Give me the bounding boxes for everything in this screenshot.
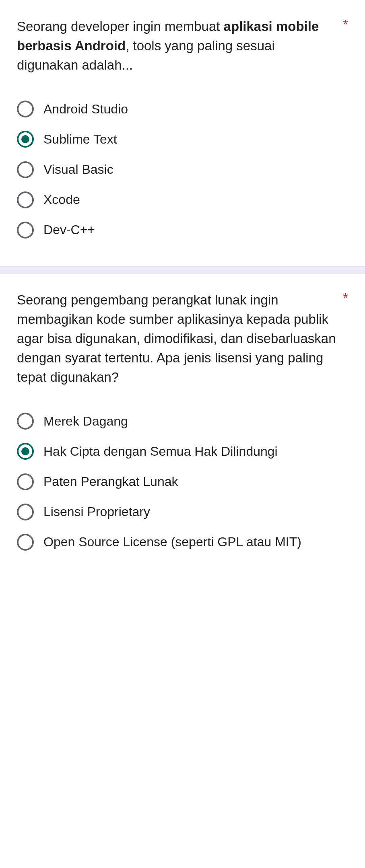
radio-option[interactable]: Merek Dagang: [17, 406, 348, 436]
radio-option[interactable]: Paten Perangkat Lunak: [17, 467, 348, 497]
radio-icon: [17, 534, 34, 551]
option-label: Lisensi Proprietary: [43, 503, 150, 520]
radio-icon: [17, 131, 34, 148]
question-card: Seorang pengembang perangkat lunak ingin…: [0, 274, 365, 578]
option-label: Merek Dagang: [43, 413, 128, 430]
radio-icon: [17, 101, 34, 117]
options-group: Merek Dagang Hak Cipta dengan Semua Hak …: [17, 406, 348, 557]
radio-icon: [17, 222, 34, 239]
radio-icon: [17, 504, 34, 520]
radio-option[interactable]: Xcode: [17, 185, 348, 215]
radio-icon: [17, 473, 34, 490]
radio-option[interactable]: Open Source License (seperti GPL atau MI…: [17, 527, 348, 557]
question-card: Seorang developer ingin membuat aplikasi…: [0, 0, 365, 266]
radio-option[interactable]: Android Studio: [17, 94, 348, 124]
radio-option[interactable]: Lisensi Proprietary: [17, 497, 348, 527]
radio-option[interactable]: Sublime Text: [17, 124, 348, 154]
radio-icon: [17, 413, 34, 430]
radio-icon: [17, 443, 34, 460]
required-asterisk: *: [343, 18, 348, 31]
question-text: Seorang developer ingin membuat aplikasi…: [17, 17, 336, 75]
radio-icon: [17, 161, 34, 178]
option-label: Paten Perangkat Lunak: [43, 473, 178, 490]
question-header: Seorang pengembang perangkat lunak ingin…: [17, 290, 348, 387]
option-label: Xcode: [43, 191, 80, 208]
radio-option[interactable]: Dev-C++: [17, 215, 348, 245]
option-label: Dev-C++: [43, 221, 95, 239]
option-label: Sublime Text: [43, 131, 117, 148]
option-label: Hak Cipta dengan Semua Hak Dilindungi: [43, 443, 278, 460]
question-header: Seorang developer ingin membuat aplikasi…: [17, 17, 348, 75]
option-label: Android Studio: [43, 101, 128, 118]
card-spacer: [0, 266, 365, 274]
question-text-pre: Seorang pengembang perangkat lunak ingin…: [17, 292, 336, 384]
option-label: Open Source License (seperti GPL atau MI…: [43, 533, 301, 551]
option-label: Visual Basic: [43, 161, 113, 178]
question-text: Seorang pengembang perangkat lunak ingin…: [17, 290, 336, 387]
options-group: Android Studio Sublime Text Visual Basic…: [17, 94, 348, 245]
radio-icon: [17, 191, 34, 208]
question-text-pre: Seorang developer ingin membuat: [17, 19, 224, 34]
radio-option[interactable]: Visual Basic: [17, 154, 348, 185]
radio-option[interactable]: Hak Cipta dengan Semua Hak Dilindungi: [17, 436, 348, 467]
required-asterisk: *: [343, 291, 348, 304]
